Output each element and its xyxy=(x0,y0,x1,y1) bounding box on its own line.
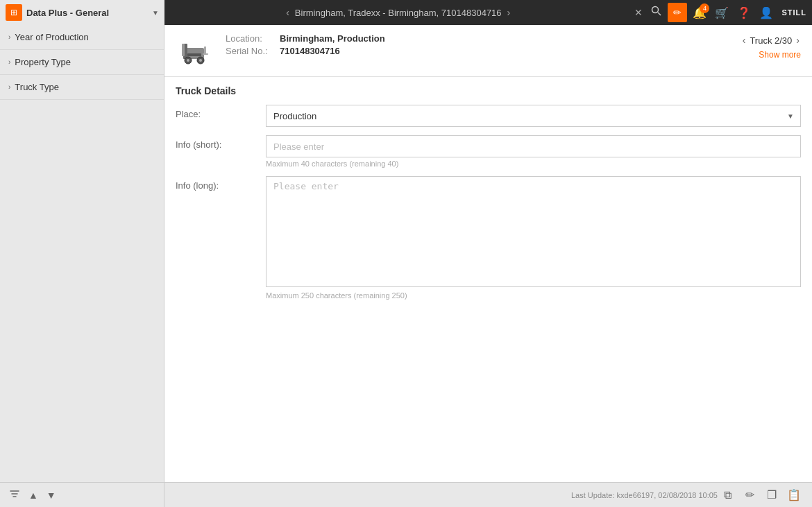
content-area: Location: Birmingham, Production Serial … xyxy=(164,25,812,482)
info-short-label: Info (short): xyxy=(176,135,266,150)
top-bar: ⊞ Data Plus - General ▼ ‹ Birmingham, Tr… xyxy=(0,0,812,25)
app-title: Data Plus - General xyxy=(26,8,148,18)
place-control: Production xyxy=(266,105,801,127)
truck-nav-next[interactable]: › xyxy=(795,33,801,47)
chevron-icon: › xyxy=(8,58,10,66)
footer-action-icons: ⧉ ✏ ❐ 📋 xyxy=(718,485,804,505)
svg-rect-9 xyxy=(203,53,208,55)
info-long-control: Maximum 250 characters (remaining 250) xyxy=(266,176,801,300)
info-long-label: Info (long): xyxy=(176,176,266,191)
cart-button[interactable]: 🛒 xyxy=(712,3,731,22)
info-long-row: Info (long): Maximum 250 characters (rem… xyxy=(176,176,801,300)
svg-rect-4 xyxy=(182,44,185,56)
sidebar-item-label: Truck Type xyxy=(15,82,59,92)
top-bar-actions: ✕ ✏ 🔔 4 🛒 ❓ 👤 STILL xyxy=(632,3,812,22)
footer-edit-button[interactable]: ✏ xyxy=(740,485,759,505)
sidebar-item-year-of-production[interactable]: › Year of Production xyxy=(0,25,164,50)
main-layout: › Year of Production › Property Type › T… xyxy=(0,25,812,482)
location-value: Birmingham, Production xyxy=(280,33,385,44)
chevron-icon: › xyxy=(8,33,10,41)
svg-point-10 xyxy=(187,59,189,62)
info-long-hint: Maximum 250 characters (remaining 250) xyxy=(266,291,801,300)
place-label: Place: xyxy=(176,105,266,119)
info-short-hint: Maximum 40 characters (remaining 40) xyxy=(266,160,801,168)
sidebar-item-label: Year of Production xyxy=(15,32,88,42)
serial-row: Serial No.: 710148304716 xyxy=(226,46,741,56)
location-row: Location: Birmingham, Production xyxy=(226,33,741,44)
place-select[interactable]: Production xyxy=(266,105,801,127)
app-title-area: ⊞ Data Plus - General ▼ xyxy=(0,0,164,25)
footer: ▲ ▼ Last Update: kxde66197, 02/08/2018 1… xyxy=(0,482,812,507)
breadcrumb-area: ‹ Birmingham, Tradexx - Birmingham, 7101… xyxy=(164,7,632,18)
breadcrumb-nav-right[interactable]: › xyxy=(507,7,511,18)
filter-button[interactable] xyxy=(7,486,22,504)
serial-label: Serial No.: xyxy=(226,46,274,56)
app-icon[interactable]: ⊞ xyxy=(6,4,22,21)
app-menu-chevron[interactable]: ▼ xyxy=(152,9,159,17)
help-button[interactable]: ❓ xyxy=(734,3,754,22)
chevron-icon: › xyxy=(8,83,10,91)
svg-point-0 xyxy=(652,7,659,13)
footer-note-button[interactable]: 📋 xyxy=(784,485,804,505)
sidebar-item-label: Property Type xyxy=(15,57,71,67)
close-button[interactable]: ✕ xyxy=(632,4,645,21)
place-row: Place: Production xyxy=(176,105,801,127)
breadcrumb-nav-left[interactable]: ‹ xyxy=(286,7,289,18)
info-short-row: Info (short): Maximum 40 characters (rem… xyxy=(176,135,801,168)
svg-rect-5 xyxy=(187,53,201,56)
truck-icon-area xyxy=(176,33,217,68)
scroll-down-button[interactable]: ▼ xyxy=(44,488,58,503)
info-long-textarea[interactable] xyxy=(266,176,801,287)
still-logo: STILL xyxy=(781,8,806,17)
section-title: Truck Details xyxy=(176,85,801,96)
last-update-text: Last Update: kxde66197, 02/08/2018 10:05 xyxy=(173,491,718,499)
notifications-button[interactable]: 🔔 4 xyxy=(690,3,709,22)
breadcrumb: Birmingham, Tradexx - Birmingham, 710148… xyxy=(295,8,502,18)
edit-button[interactable]: ✏ xyxy=(668,3,687,22)
footer-copy-button[interactable]: ⧉ xyxy=(718,485,737,505)
place-select-wrapper: Production xyxy=(266,105,801,127)
location-label: Location: xyxy=(226,33,274,44)
sidebar-item-truck-type[interactable]: › Truck Type xyxy=(0,75,164,100)
truck-header: Location: Birmingham, Production Serial … xyxy=(164,25,812,77)
scroll-up-button[interactable]: ▲ xyxy=(26,488,40,503)
truck-nav-text: Truck 2/30 xyxy=(750,35,792,46)
info-short-input[interactable] xyxy=(266,135,801,157)
svg-line-1 xyxy=(658,12,661,15)
footer-right: Last Update: kxde66197, 02/08/2018 10:05… xyxy=(164,485,812,505)
truck-nav-prev[interactable]: ‹ xyxy=(741,33,747,47)
notification-badge: 4 xyxy=(700,3,709,13)
sidebar-item-property-type[interactable]: › Property Type xyxy=(0,50,164,75)
footer-left: ▲ ▼ xyxy=(0,483,164,507)
svg-point-11 xyxy=(199,59,202,62)
truck-info: Location: Birmingham, Production Serial … xyxy=(226,33,741,58)
show-more-link[interactable]: Show more xyxy=(759,50,801,60)
serial-value: 710148304716 xyxy=(280,46,340,56)
truck-nav-arrows: ‹ Truck 2/30 › xyxy=(741,33,801,47)
truck-details-section: Truck Details Place: Production Info (sh… xyxy=(164,77,812,482)
footer-duplicate-button[interactable]: ❐ xyxy=(762,485,781,505)
sidebar: › Year of Production › Property Type › T… xyxy=(0,25,164,482)
info-short-control: Maximum 40 characters (remaining 40) xyxy=(266,135,801,168)
search-button[interactable] xyxy=(648,3,665,22)
user-button[interactable]: 👤 xyxy=(756,3,776,22)
truck-nav: ‹ Truck 2/30 › Show more xyxy=(741,33,801,60)
